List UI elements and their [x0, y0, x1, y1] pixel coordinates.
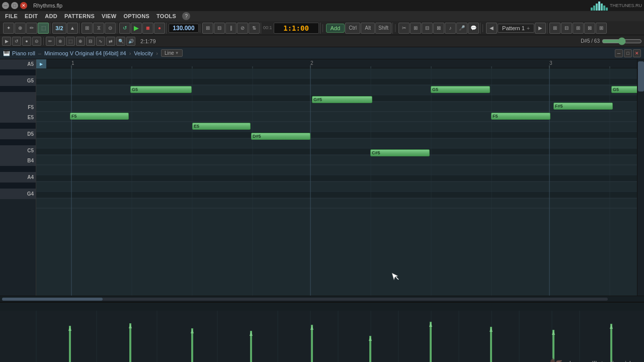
strum-tool[interactable]: ∥ [225, 23, 236, 34]
piano-key-a4[interactable]: A4 [0, 172, 36, 183]
select-tool-button[interactable]: ⬚ [38, 23, 49, 34]
pattern-tool-3[interactable]: ⊞ [573, 23, 584, 34]
draw-mode-button[interactable]: ✏ [46, 37, 55, 46]
prev-pattern-button[interactable]: ◀ [486, 23, 497, 34]
piano-key-ds5[interactable] [0, 123, 36, 129]
zoom-out-button[interactable]: 🔊 [126, 37, 135, 46]
quantize-value[interactable]: 3/2 [52, 23, 66, 34]
snap-mode-dropdown[interactable]: Line ▼ [161, 49, 183, 57]
piano-key-g4[interactable]: G4 [0, 189, 36, 199]
scale-tool[interactable]: ⊟ [214, 23, 225, 34]
merge-tool[interactable]: ⊞ [410, 23, 421, 34]
alt-button[interactable]: Alt [361, 23, 375, 34]
piano-key-g5[interactable]: G5 [0, 76, 36, 86]
piano-key-a5[interactable]: A5 [0, 59, 36, 69]
pencil-tool-button[interactable]: ✏ [26, 23, 37, 34]
loop-button[interactable]: ↺ [119, 23, 130, 34]
slice-tool-button[interactable]: ⊝ [105, 23, 116, 34]
record-button[interactable]: ● [154, 23, 165, 34]
menu-file[interactable]: FILE [2, 12, 21, 20]
ctrl-button[interactable]: Ctrl [345, 23, 360, 34]
menu-options[interactable]: OPTIONS [120, 12, 152, 20]
note-f5-1[interactable]: F5 [70, 113, 129, 120]
next-pattern-button[interactable]: ▶ [535, 23, 546, 34]
magnet-tool-button[interactable]: ⊞ [82, 23, 93, 34]
piano-key-as4[interactable] [0, 166, 36, 172]
note-cs5-1[interactable]: C#5 [370, 149, 430, 156]
mute-mode-button[interactable]: ⊟ [86, 37, 95, 46]
note-g5-3[interactable]: G5 [611, 86, 637, 93]
right-scrollbar[interactable] [637, 59, 644, 296]
piano-key-f5[interactable]: F5 [0, 103, 36, 113]
quick-chop-tool[interactable]: ⊘ [237, 23, 248, 34]
pr-rec-button[interactable]: ● [22, 37, 31, 46]
pr-minimize-button[interactable]: ─ [615, 49, 623, 57]
menu-edit[interactable]: EDIT [22, 12, 41, 20]
zoom-slider[interactable] [602, 37, 642, 45]
chord-tool[interactable]: ⊞ [202, 23, 213, 34]
grid-wrapper[interactable]: F5 G5 E5 D#5 G#5 [36, 68, 637, 296]
pattern-tool-2[interactable]: ⊟ [561, 23, 572, 34]
chat-tool[interactable]: 💬 [468, 23, 479, 34]
quantize-up-button[interactable]: ▲ [67, 23, 78, 34]
piano-key-d5[interactable]: D5 [0, 129, 36, 139]
pattern-tool-5[interactable]: ⊞ [596, 23, 607, 34]
pr-close-button[interactable]: ✕ [633, 49, 641, 57]
pr-maximize-button[interactable]: □ [624, 49, 632, 57]
note-f5-2[interactable]: F5 [491, 113, 550, 120]
deform-mode-button[interactable]: ∿ [96, 37, 105, 46]
menu-tools[interactable]: TOOLS [153, 12, 179, 20]
zoom-mode-button[interactable]: ⊕ [76, 37, 85, 46]
erase-mode-button[interactable]: ⊗ [56, 37, 65, 46]
piano-key-cs5[interactable] [0, 139, 36, 146]
shift-button[interactable]: Shift [375, 23, 391, 34]
pattern-tool-1[interactable]: ⊞ [549, 23, 560, 34]
note-e5-1[interactable]: E5 [192, 123, 251, 130]
arrange-tool[interactable]: ⊟ [422, 23, 433, 34]
menu-view[interactable]: VIEW [99, 12, 119, 20]
piano-key-b4[interactable]: B4 [0, 156, 36, 166]
flip-tool[interactable]: ⇅ [249, 23, 260, 34]
stop-button[interactable]: ■ [142, 23, 153, 34]
h-scrollbar[interactable] [0, 296, 644, 302]
pr-mode-label[interactable]: Velocity [134, 50, 153, 56]
note-fs5-1[interactable]: F#5 [553, 103, 613, 110]
menu-patterns[interactable]: PATTERNS [61, 12, 98, 20]
menu-help-button[interactable]: ? [182, 12, 190, 20]
pattern-plus-button[interactable]: + [527, 25, 530, 31]
tempo-display[interactable]: 130.000 [169, 24, 199, 33]
flip-h-button[interactable]: ⇄ [106, 37, 115, 46]
piano-key-c5[interactable]: C5 [0, 146, 36, 156]
pr-play-button[interactable]: ▶ [2, 37, 11, 46]
close-button[interactable]: ✕ [20, 2, 27, 9]
select-mode-button[interactable]: ⬚ [66, 37, 75, 46]
v-scroll-thumb[interactable] [638, 61, 644, 92]
piano-key-gs4[interactable] [0, 183, 36, 189]
note-ds5-1[interactable]: D#5 [251, 133, 310, 140]
add-button[interactable]: Add [326, 24, 345, 33]
pattern-tool-4[interactable]: ⊠ [584, 23, 595, 34]
note-g5-2[interactable]: G5 [431, 86, 490, 93]
pr-toggle-button[interactable]: ⊝ [32, 37, 41, 46]
h-scroll-thumb[interactable] [2, 298, 103, 301]
zoom-tool-button[interactable]: ⊕ [15, 23, 26, 34]
cursor-tool-button[interactable]: ✦ [3, 23, 14, 34]
maximize-button[interactable]: □ [11, 2, 18, 9]
group-tool[interactable]: ⊠ [433, 23, 444, 34]
piano-key-e5[interactable]: E5 [0, 113, 36, 123]
play-button[interactable]: ▶ [131, 23, 142, 34]
piano-key-as5[interactable] [0, 69, 36, 76]
minimize-button[interactable]: ─ [2, 2, 9, 9]
note-gs5-1[interactable]: G#5 [312, 96, 372, 103]
note-tool[interactable]: ♪ [445, 23, 456, 34]
zoom-in-button[interactable]: 🔍 [116, 37, 125, 46]
pr-loop-button[interactable]: ↺ [12, 37, 21, 46]
mic-tool[interactable]: 🎤 [456, 23, 467, 34]
piano-key-fs5[interactable] [0, 93, 36, 103]
cut-tool[interactable]: ✂ [398, 23, 410, 34]
piano-key-gs5[interactable] [0, 86, 36, 93]
note-g5-1[interactable]: G5 [130, 86, 192, 93]
menu-add[interactable]: ADD [42, 12, 60, 20]
glue-tool-button[interactable]: ⧖ [93, 23, 104, 34]
piano-keyboard[interactable]: A5 G5 F5 E5 D5 C5 B4 A4 [0, 59, 36, 296]
